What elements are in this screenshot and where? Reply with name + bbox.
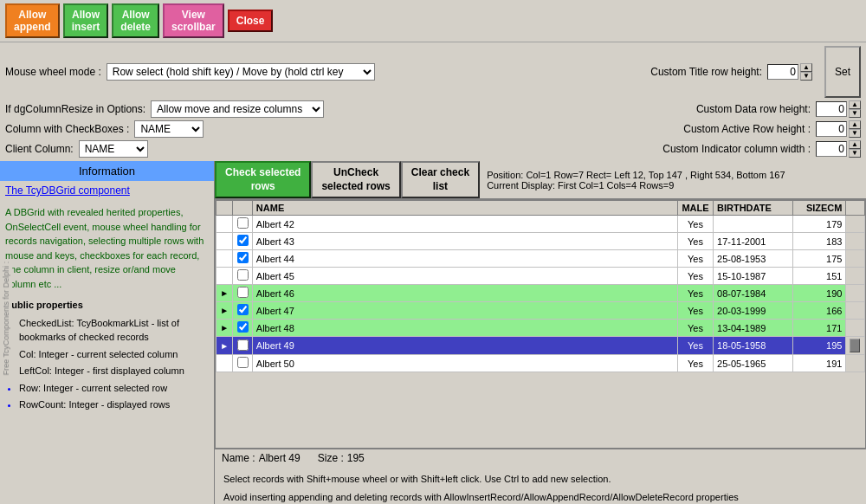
table-row[interactable]: Albert 44Yes25-08-1953175 bbox=[216, 250, 865, 268]
row-scroll-placeholder bbox=[846, 216, 865, 233]
options-row-3: Column with CheckBoxes : NAME Custom Act… bbox=[5, 120, 861, 138]
row-birthdate bbox=[714, 216, 793, 233]
custom-data-up[interactable]: ▲ bbox=[849, 100, 861, 109]
custom-active-up[interactable]: ▲ bbox=[849, 120, 861, 129]
row-checkbox-cell[interactable] bbox=[233, 285, 253, 302]
row-checkbox[interactable] bbox=[237, 217, 249, 229]
checkboxes-label: Column with CheckBoxes : bbox=[5, 123, 129, 135]
row-size: 190 bbox=[793, 285, 846, 302]
custom-data-label: Custom Data row height: bbox=[696, 103, 811, 115]
data-grid[interactable]: NAME MALE BIRTHDATE SIZECM Albert 42Yes1… bbox=[215, 199, 866, 448]
checkboxes-select[interactable]: NAME bbox=[134, 120, 204, 138]
options-area: Mouse wheel mode : Row select (hold shif… bbox=[0, 42, 866, 161]
row-size: 191 bbox=[793, 355, 846, 372]
custom-title-down[interactable]: ▼ bbox=[800, 72, 812, 81]
custom-indicator-spinner-btns: ▲ ▼ bbox=[849, 140, 861, 158]
row-checkbox[interactable] bbox=[237, 304, 249, 315]
header-scroll bbox=[846, 201, 865, 216]
custom-indicator-label: Custom Indicator column width : bbox=[662, 143, 811, 155]
row-birthdate: 08-07-1984 bbox=[714, 285, 793, 302]
row-name: Albert 48 bbox=[252, 320, 677, 337]
table-row[interactable]: Albert 42Yes179 bbox=[216, 216, 865, 233]
options-row-2: If dgColumnResize in Options: Allow move… bbox=[5, 100, 861, 118]
list-item-text: Row: Integer - current selected row bbox=[19, 383, 167, 393]
custom-title-input[interactable]: 0 bbox=[767, 64, 798, 80]
close-button[interactable]: Close bbox=[228, 10, 274, 32]
view-scrollbar-button[interactable]: View scrollbar bbox=[163, 3, 224, 38]
custom-active-down[interactable]: ▼ bbox=[849, 129, 861, 138]
table-row[interactable]: ►Albert 47Yes20-03-1999166 bbox=[216, 302, 865, 320]
mouse-wheel-select[interactable]: Row select (hold shift key) / Move by (h… bbox=[107, 63, 375, 81]
custom-indicator-input[interactable]: 0 bbox=[816, 141, 847, 157]
list-item: Row: Integer - current selected row bbox=[19, 381, 209, 396]
row-checkbox-cell[interactable] bbox=[233, 337, 253, 355]
custom-indicator-down[interactable]: ▼ bbox=[849, 149, 861, 158]
row-checkbox-cell[interactable] bbox=[233, 250, 253, 268]
header-male: MALE bbox=[677, 201, 713, 216]
client-column-label: Client Column: bbox=[5, 143, 74, 155]
row-checkbox-cell[interactable] bbox=[233, 320, 253, 337]
main-area: Information The TcyDBGrid component A DB… bbox=[0, 161, 866, 504]
set-button[interactable]: Set bbox=[824, 46, 861, 98]
custom-data-down[interactable]: ▼ bbox=[849, 109, 861, 118]
clear-check-button[interactable]: Clear check list bbox=[401, 161, 480, 198]
row-checkbox[interactable] bbox=[237, 269, 249, 281]
table-row[interactable]: ►Albert 49Yes18-05-1958195 bbox=[216, 337, 865, 355]
custom-title-up[interactable]: ▲ bbox=[800, 63, 812, 72]
row-checkbox[interactable] bbox=[237, 339, 249, 351]
row-checkbox-cell[interactable] bbox=[233, 233, 253, 250]
position-line2: Current Display: First Col=1 Cols=4 Rows… bbox=[487, 180, 859, 191]
row-checkbox-cell[interactable] bbox=[233, 302, 253, 320]
uncheck-selected-button[interactable]: UnCheck selected rows bbox=[311, 161, 400, 198]
row-checkbox[interactable] bbox=[237, 321, 249, 333]
row-size: 175 bbox=[793, 250, 846, 268]
client-column-select[interactable]: NAME bbox=[79, 140, 148, 158]
custom-active-input[interactable]: 0 bbox=[816, 121, 847, 137]
row-checkbox-cell[interactable] bbox=[233, 268, 253, 285]
list-item: Col: Integer - current selected column bbox=[19, 347, 209, 362]
column-resize-select[interactable]: Allow move and resize columns bbox=[151, 100, 324, 118]
row-male: Yes bbox=[677, 337, 713, 355]
name-label: Name : bbox=[222, 452, 255, 464]
row-name: Albert 44 bbox=[252, 250, 677, 268]
row-arrow bbox=[216, 233, 233, 250]
public-properties-title: Public properties bbox=[5, 298, 209, 313]
table-row[interactable]: ►Albert 48Yes13-04-1989171 bbox=[216, 320, 865, 337]
row-checkbox[interactable] bbox=[237, 287, 249, 298]
list-item: RowCount: Integer - displayed rows bbox=[19, 397, 209, 412]
component-link[interactable]: The TcyDBGrid component bbox=[0, 181, 214, 200]
row-checkbox[interactable] bbox=[237, 357, 249, 368]
custom-active-label: Custom Active Row height : bbox=[683, 123, 811, 135]
header-birthdate: BIRTHDATE bbox=[714, 201, 793, 216]
row-birthdate: 25-05-1965 bbox=[714, 355, 793, 372]
table-row[interactable]: ►Albert 46Yes08-07-1984190 bbox=[216, 285, 865, 302]
table-row[interactable]: Albert 45Yes15-10-1987151 bbox=[216, 268, 865, 285]
row-arrow bbox=[216, 355, 233, 372]
allow-delete-button[interactable]: Allow delete bbox=[112, 3, 159, 38]
row-arrow bbox=[216, 250, 233, 268]
row-checkbox[interactable] bbox=[237, 252, 249, 263]
table-row[interactable]: Albert 43Yes17-11-2001183 bbox=[216, 233, 865, 250]
name-field: Name : Albert 49 bbox=[222, 452, 301, 464]
custom-title-spinner-btns: ▲ ▼ bbox=[800, 63, 812, 81]
position-info: Position: Col=1 Row=7 Rect= Left 12, Top… bbox=[480, 161, 866, 198]
table-row[interactable]: Albert 50Yes25-05-1965191 bbox=[216, 355, 865, 372]
list-item-text: Col: Integer - current selected column bbox=[19, 349, 178, 359]
row-checkbox-cell[interactable] bbox=[233, 355, 253, 372]
row-scroll-placeholder bbox=[846, 268, 865, 285]
row-checkbox-cell[interactable] bbox=[233, 216, 253, 233]
allow-insert-button[interactable]: Allow insert bbox=[63, 3, 109, 38]
allow-append-button[interactable]: Allow append bbox=[5, 3, 60, 38]
custom-data-input[interactable]: 0 bbox=[816, 101, 847, 117]
row-male: Yes bbox=[677, 285, 713, 302]
row-male: Yes bbox=[677, 216, 713, 233]
check-selected-button[interactable]: Check selected rows bbox=[215, 161, 311, 198]
custom-indicator-up[interactable]: ▲ bbox=[849, 140, 861, 149]
grid-area: Check selected rows UnCheck selected row… bbox=[215, 161, 866, 504]
info-description: A DBGrid with revealed herited propertie… bbox=[5, 205, 209, 291]
row-checkbox[interactable] bbox=[237, 235, 249, 246]
row-scroll-placeholder bbox=[846, 355, 865, 372]
info-body: A DBGrid with revealed herited propertie… bbox=[0, 200, 214, 420]
row-size: 151 bbox=[793, 268, 846, 285]
size-field: Size : 195 bbox=[318, 452, 365, 464]
